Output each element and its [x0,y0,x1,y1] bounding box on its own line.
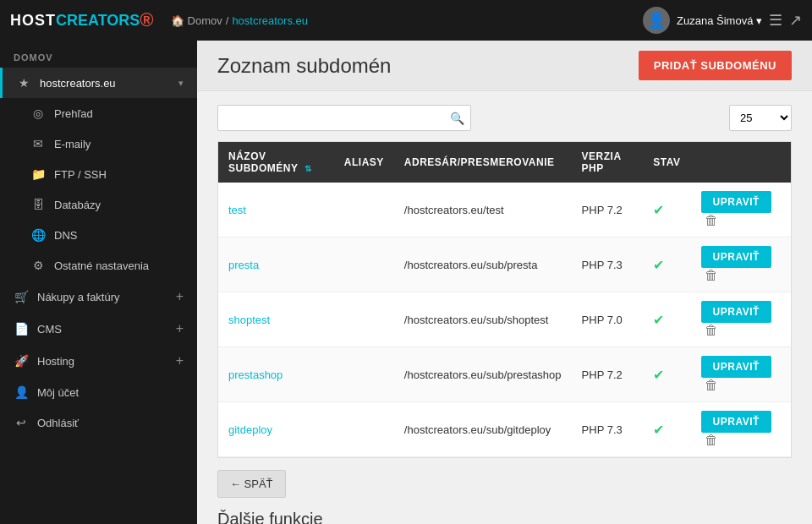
cell-address: /hostcreators.eu/test [394,183,572,237]
sidebar-section-label: DOMOV [0,41,197,68]
cell-php: PHP 7.2 [572,183,644,237]
cell-alias [334,237,394,292]
breadcrumb-home[interactable]: Domov [188,14,222,27]
gear-icon: ⚙ [30,259,46,272]
sidebar-item-prehled[interactable]: ◎ Prehľad [0,98,197,128]
delete-button[interactable]: 🗑 [705,323,718,338]
col-stav: STAV [643,142,690,183]
edit-button[interactable]: UPRAVIŤ [701,191,771,213]
search-input[interactable] [217,105,471,131]
star-icon: ★ [16,76,31,90]
sidebar-item-hosting[interactable]: 🚀 Hosting + [0,345,197,377]
topbar: HOSTCREATORS® 🏠 Domov / hostcreators.eu … [0,0,812,41]
cell-alias [334,402,394,457]
home-icon: 🏠 [171,14,184,27]
table-header: NÁZOV SUBDOMÉNY ⇅ ALIASY ADRESÁR/PRESMER… [218,142,791,183]
sidebar-prehled-label: Prehľad [54,107,184,120]
sidebar-emaily-label: E-maily [54,138,184,150]
table-row: prestashop /hostcreators.eu/sub/prestash… [218,347,791,402]
database-icon: 🗄 [30,198,46,211]
logo-dot: ® [140,9,153,31]
table-body: test /hostcreators.eu/test PHP 7.2 ✔ UPR… [218,183,791,457]
logo-creators: CREATORS [56,12,140,30]
search-icon: 🔍 [450,112,464,125]
circle-icon: ◎ [30,106,46,120]
cell-address: /hostcreators.eu/sub/gitdeploy [394,402,572,457]
sidebar-moj-ucet-label: Môj účet [37,386,184,399]
sidebar-hosting-label: Hosting [37,355,167,368]
dalsi-funkcie-title: Ďalšie funkcie [217,510,792,524]
cell-stav: ✔ [643,347,690,402]
sidebar-item-ostatne[interactable]: ⚙ Ostatné nastavenia [0,250,197,281]
sidebar-item-odhlasit[interactable]: ↩ Odhlásiť [0,407,197,438]
cell-name[interactable]: shoptest [218,292,334,347]
subdomains-table: NÁZOV SUBDOMÉNY ⇅ ALIASY ADRESÁR/PRESMER… [217,141,792,458]
edit-button[interactable]: UPRAVIŤ [701,411,771,433]
rocket-icon: 🚀 [14,354,29,368]
table-row: gitdeploy /hostcreators.eu/sub/gitdeploy… [218,402,791,457]
cell-php: PHP 7.3 [572,402,644,457]
delete-button[interactable]: 🗑 [705,268,718,283]
cell-actions: UPRAVIŤ 🗑 [691,183,791,237]
logo-host: HOST [10,12,56,30]
sidebar: DOMOV ★ hostcreators.eu ▾ ◎ Prehľad ✉ E-… [0,41,197,524]
table-row: test /hostcreators.eu/test PHP 7.2 ✔ UPR… [218,183,791,237]
cell-address: /hostcreators.eu/sub/prestashop [394,347,572,402]
menu-icon[interactable]: ☰ [769,11,782,30]
sidebar-odhlasit-label: Odhlásiť [37,417,184,429]
external-link-icon[interactable]: ↗ [789,11,802,30]
main-content: Zoznam subdomén PRIDAŤ SUBDOMÉNU 🔍 25 50… [197,41,812,524]
sidebar-nakupy-label: Nákupy a faktúry [37,291,167,303]
breadcrumb: 🏠 Domov / hostcreators.eu [154,14,643,27]
back-button[interactable]: ← SPÄŤ [217,470,286,498]
add-subdomain-button[interactable]: PRIDAŤ SUBDOMÉNU [639,51,792,80]
col-actions [691,142,791,183]
user-area: 👤 Zuzana Šimová ▾ ☰ ↗ [643,7,802,34]
breadcrumb-sep: / [226,14,229,27]
search-input-wrap: 🔍 [217,105,471,131]
page-title: Zoznam subdomén [217,54,391,78]
delete-button[interactable]: 🗑 [705,213,718,228]
user-name[interactable]: Zuzana Šimová ▾ [677,14,762,27]
cell-actions: UPRAVIŤ 🗑 [691,237,791,292]
edit-button[interactable]: UPRAVIŤ [701,301,771,323]
delete-button[interactable]: 🗑 [705,433,718,448]
sidebar-item-nakupy[interactable]: 🛒 Nákupy a faktúry + [0,281,197,313]
cell-name[interactable]: presta [218,237,334,292]
cell-actions: UPRAVIŤ 🗑 [691,292,791,347]
table-row: presta /hostcreators.eu/sub/presta PHP 7… [218,237,791,292]
sidebar-dns-label: DNS [54,229,184,242]
sidebar-item-databazy[interactable]: 🗄 Databázy [0,189,197,220]
cell-address: /hostcreators.eu/sub/shoptest [394,292,572,347]
sidebar-item-emaily[interactable]: ✉ E-maily [0,128,197,159]
cell-name[interactable]: test [218,183,334,237]
cell-name[interactable]: prestashop [218,347,334,402]
cell-name[interactable]: gitdeploy [218,402,334,457]
sidebar-ostatne-label: Ostatné nastavenia [54,259,184,272]
edit-button[interactable]: UPRAVIŤ [701,246,771,268]
globe-icon: 🌐 [30,228,46,242]
sidebar-item-domain[interactable]: ★ hostcreators.eu ▾ [0,68,197,98]
back-row: ← SPÄŤ [217,470,792,498]
cell-alias [334,183,394,237]
sidebar-item-moj-ucet[interactable]: 👤 Môj účet [0,377,197,407]
search-row: 🔍 25 50 100 [217,105,792,131]
per-page-dropdown[interactable]: 25 50 100 [729,105,792,131]
sidebar-item-cms[interactable]: 📄 CMS + [0,313,197,345]
email-icon: ✉ [30,137,46,150]
avatar: 👤 [643,7,670,34]
cell-php: PHP 7.3 [572,237,644,292]
breadcrumb-active: hostcreators.eu [232,14,308,27]
plus-icon-nakupy: + [176,289,184,304]
sidebar-item-dns[interactable]: 🌐 DNS [0,220,197,250]
edit-button[interactable]: UPRAVIŤ [701,356,771,378]
sort-arrows-name: ⇅ [304,164,312,173]
folder-icon: 📁 [30,167,46,181]
col-alias: ALIASY [334,142,394,183]
cell-actions: UPRAVIŤ 🗑 [691,402,791,457]
sidebar-item-ftp[interactable]: 📁 FTP / SSH [0,159,197,189]
delete-button[interactable]: 🗑 [705,378,718,393]
cart-icon: 🛒 [14,290,29,303]
layout: DOMOV ★ hostcreators.eu ▾ ◎ Prehľad ✉ E-… [0,41,812,524]
cell-stav: ✔ [643,183,690,237]
